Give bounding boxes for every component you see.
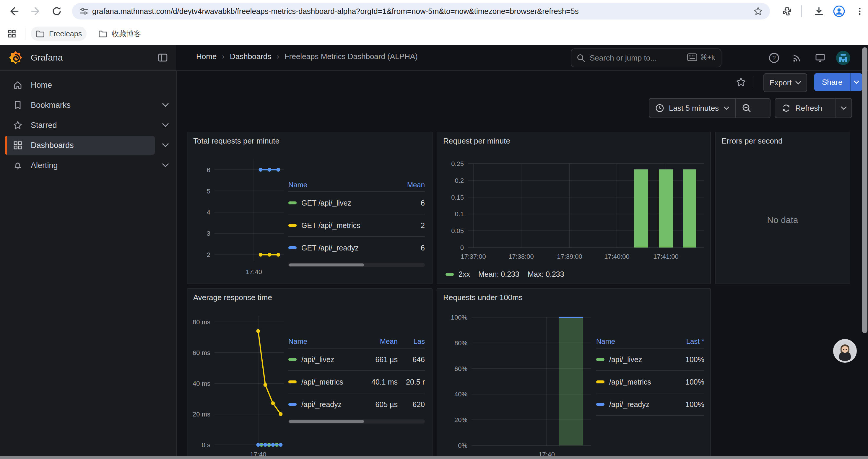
- home-icon: [13, 80, 23, 90]
- sidebar-item-home[interactable]: Home: [5, 76, 155, 95]
- legend-scrollbar[interactable]: [288, 419, 425, 424]
- legend-series-name[interactable]: 2xx: [459, 270, 470, 278]
- search-icon: [577, 54, 585, 62]
- legend-mean: Mean: 0.233: [478, 270, 519, 278]
- svg-text:0.25: 0.25: [451, 160, 464, 167]
- legend-row[interactable]: /api/_livez 100%: [596, 348, 704, 370]
- legend-row[interactable]: /api/_livez 661 µs 646: [288, 348, 425, 370]
- search-placeholder: Search or jump to...: [590, 54, 657, 63]
- legend-table: Name Mean GET /api/_livez 6 GET /api/_me…: [288, 178, 425, 267]
- rss-icon[interactable]: [789, 50, 805, 66]
- collapse-sidebar-icon[interactable]: [158, 53, 168, 65]
- legend-col-name[interactable]: Name: [288, 181, 387, 189]
- vertical-scrollbar[interactable]: [862, 47, 867, 333]
- legend-row[interactable]: GET /api/_readyz 6: [288, 236, 425, 259]
- browser-toolbar: grafana.mathmast.com/d/deytv4rwavabkb/fr…: [0, 0, 868, 23]
- bookmark-label: Freeleaps: [49, 30, 82, 38]
- legend-row[interactable]: GET /api/_metrics 2: [288, 214, 425, 236]
- legend-row[interactable]: GET /api/_livez 6: [288, 191, 425, 214]
- browser-menu-icon[interactable]: [852, 4, 867, 18]
- svg-text:0.15: 0.15: [451, 194, 464, 201]
- time-range-picker[interactable]: Last 5 minutes: [649, 99, 735, 118]
- apps-grid-icon[interactable]: [5, 27, 19, 41]
- reload-button[interactable]: [50, 4, 64, 18]
- legend-scrollbar[interactable]: [288, 263, 425, 267]
- share-menu-button[interactable]: [850, 73, 862, 91]
- bookmark-folder-blog[interactable]: 收藏博客: [93, 27, 146, 41]
- svg-text:?: ?: [772, 55, 776, 61]
- panel-request-per-minute[interactable]: Request per minute 0.250.20.150.10.05017…: [437, 132, 711, 284]
- refresh-interval-button[interactable]: [836, 99, 851, 118]
- chevron-down-icon[interactable]: [158, 136, 173, 155]
- legend-row[interactable]: /api/_metrics 40.1 ms 20.5 r: [288, 370, 425, 393]
- scrollbar-thumb[interactable]: [289, 263, 364, 266]
- breadcrumb-home[interactable]: Home: [196, 52, 217, 61]
- sidebar-item-bookmarks[interactable]: Bookmarks: [5, 96, 155, 114]
- breadcrumb-current: Freeleaps Metrics Dashboard (ALPHA): [284, 52, 418, 61]
- no-data-message: No data: [716, 215, 850, 225]
- series-pill: [288, 403, 297, 406]
- refresh-group: Refresh: [775, 98, 852, 118]
- panel-errors-per-second[interactable]: Errors per second No data: [715, 132, 850, 284]
- forward-button[interactable]: [28, 4, 42, 18]
- site-info-icon[interactable]: [79, 6, 89, 16]
- star-dashboard-icon[interactable]: [733, 74, 749, 90]
- zoom-out-button[interactable]: [736, 99, 757, 118]
- grafana-logo[interactable]: [9, 51, 23, 64]
- monitor-icon[interactable]: [812, 50, 828, 66]
- chevron-down-icon[interactable]: [158, 96, 173, 114]
- sidebar-item-dashboards[interactable]: Dashboards: [5, 136, 155, 155]
- svg-text:0 s: 0 s: [202, 441, 210, 449]
- legend-row[interactable]: /api/_readyz 605 µs 620: [288, 393, 425, 415]
- legend-col-name[interactable]: Name: [288, 337, 360, 346]
- sidebar-item-alerting[interactable]: Alerting: [5, 156, 155, 175]
- svg-text:17:41:00: 17:41:00: [653, 253, 679, 260]
- screen: grafana.mathmast.com/d/deytv4rwavabkb/fr…: [0, 0, 868, 459]
- breadcrumb-dashboards[interactable]: Dashboards: [230, 52, 271, 61]
- back-button[interactable]: [7, 4, 21, 18]
- series-pill: [445, 273, 454, 276]
- legend-table: Name Last * /api/_livez 100% /api/_metri…: [596, 335, 704, 416]
- grafana-sidebar: Grafana Home Bookmarks Starred Dashboard…: [0, 45, 177, 459]
- download-icon[interactable]: [812, 4, 826, 18]
- address-bar[interactable]: grafana.mathmast.com/d/deytv4rwavabkb/fr…: [72, 3, 770, 20]
- share-button[interactable]: Share: [814, 73, 850, 91]
- extensions-icon[interactable]: [780, 4, 794, 18]
- svg-text:17:38:00: 17:38:00: [508, 253, 534, 260]
- user-avatar[interactable]: [836, 50, 851, 66]
- legend-header: Name Mean: [288, 178, 425, 191]
- svg-text:0%: 0%: [458, 442, 467, 449]
- scrollbar-thumb[interactable]: [289, 420, 364, 423]
- legend-row[interactable]: /api/_readyz 100%: [596, 393, 704, 416]
- panel-average-response-time[interactable]: Average response time 80 ms60 ms40 ms20 …: [187, 288, 433, 459]
- svg-text:60 ms: 60 ms: [193, 349, 210, 357]
- share-split-button: Share: [814, 73, 862, 91]
- keyboard-icon: [687, 54, 697, 61]
- refresh-button[interactable]: Refresh: [775, 99, 836, 118]
- floating-assistant-avatar[interactable]: [833, 339, 857, 363]
- panel-title: Requests under 100ms: [443, 293, 523, 302]
- svg-text:80%: 80%: [454, 339, 467, 347]
- chevron-down-icon[interactable]: [158, 156, 173, 175]
- panel-title: Request per minute: [443, 136, 510, 145]
- export-button[interactable]: Export: [764, 73, 807, 92]
- sidebar-item-starred[interactable]: Starred: [5, 116, 155, 135]
- legend-row[interactable]: /api/_metrics 100%: [596, 370, 704, 393]
- legend-col-mean[interactable]: Mean: [360, 337, 398, 346]
- svg-text:40 ms: 40 ms: [193, 380, 210, 387]
- help-icon[interactable]: ?: [766, 50, 782, 66]
- bookmark-star-icon[interactable]: [753, 6, 763, 16]
- panel-requests-under-100ms[interactable]: Requests under 100ms 100%80%60%40%20%0%1…: [437, 288, 711, 459]
- legend-col-last[interactable]: Last *: [677, 337, 704, 346]
- refresh-icon: [782, 104, 790, 112]
- legend-col-name[interactable]: Name: [596, 337, 677, 346]
- legend-col-mean[interactable]: Mean: [387, 181, 425, 189]
- search-kbd-hint: ⌘+k: [687, 53, 715, 61]
- legend-col-last[interactable]: Las: [398, 337, 425, 346]
- bookmark-folder-freeleaps[interactable]: Freeleaps: [31, 27, 87, 41]
- chevron-down-icon[interactable]: [158, 116, 173, 135]
- panel-total-requests[interactable]: Total requests per minute 6543217:40 Nam…: [187, 132, 433, 284]
- profile-icon[interactable]: [832, 4, 846, 18]
- assistant-avatar-image: [835, 341, 855, 361]
- search-input[interactable]: Search or jump to... ⌘+k: [571, 48, 721, 67]
